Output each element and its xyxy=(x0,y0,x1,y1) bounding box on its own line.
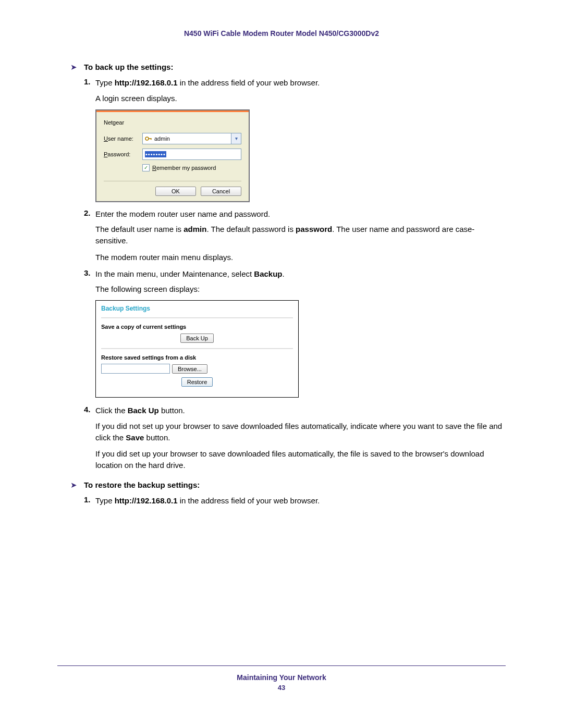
footer-page-number: 43 xyxy=(57,684,506,692)
section-heading-backup: To back up the settings: xyxy=(84,63,173,72)
login-site-label: Netgear xyxy=(104,119,241,126)
file-path-input[interactable] xyxy=(101,364,170,374)
step-text: In the main menu, under Maintenance, sel… xyxy=(95,268,506,280)
step-text: Type http://192.168.0.1 in the address f… xyxy=(95,77,506,89)
username-label: User name: xyxy=(104,135,142,142)
step-number: 1. xyxy=(84,495,95,507)
chevron-right-icon: ➤ xyxy=(70,480,84,490)
username-combobox[interactable]: admin ▾ xyxy=(142,133,241,144)
svg-rect-2 xyxy=(151,138,152,140)
cancel-button[interactable]: Cancel xyxy=(201,187,241,196)
key-icon xyxy=(145,135,152,142)
password-input[interactable]: •••••••• xyxy=(142,149,241,160)
login-dialog-screenshot: Netgear User name: admin ▾ Password: •••… xyxy=(95,109,250,202)
backup-button[interactable]: Back Up xyxy=(180,334,214,343)
step-paragraph: The modem router main menu displays. xyxy=(95,252,506,263)
step-subtext: The following screen displays: xyxy=(95,283,506,295)
backup-settings-screenshot: Backup Settings Save a copy of current s… xyxy=(95,300,299,398)
save-copy-label: Save a copy of current settings xyxy=(101,324,293,330)
username-value: admin xyxy=(154,135,170,142)
step-number: 3. xyxy=(84,268,95,280)
browse-button[interactable]: Browse... xyxy=(172,364,207,374)
step-text: Click the Back Up button. xyxy=(95,405,506,416)
remember-label: Remember my password xyxy=(152,165,216,171)
chevron-down-icon[interactable]: ▾ xyxy=(231,133,241,144)
svg-point-0 xyxy=(145,137,149,140)
password-label: Password: xyxy=(104,151,142,157)
backup-panel-title: Backup Settings xyxy=(101,305,293,312)
ok-button[interactable]: OK xyxy=(155,187,196,196)
section-heading-restore: To restore the backup settings: xyxy=(84,480,200,490)
restore-label: Restore saved settings from a disk xyxy=(101,354,293,361)
step-number: 4. xyxy=(84,405,95,416)
remember-checkbox[interactable]: ✓ xyxy=(142,164,150,171)
step-subtext: A login screen displays. xyxy=(95,93,506,104)
step-paragraph: If you did not set up your browser to sa… xyxy=(95,421,506,443)
restore-button[interactable]: Restore xyxy=(181,377,213,387)
page-footer: Maintaining Your Network 43 xyxy=(57,665,506,692)
step-number: 1. xyxy=(84,77,95,89)
step-paragraph: If you did set up your browser to save d… xyxy=(95,448,506,471)
step-number: 2. xyxy=(84,208,95,220)
step-paragraph: The default user name is admin. The defa… xyxy=(95,224,506,246)
footer-section-title: Maintaining Your Network xyxy=(57,673,506,682)
chevron-right-icon: ➤ xyxy=(70,63,84,72)
step-text: Enter the modem router user name and pas… xyxy=(95,208,506,220)
page-header: N450 WiFi Cable Modem Router Model N450/… xyxy=(57,29,506,38)
step-text: Type http://192.168.0.1 in the address f… xyxy=(95,495,506,507)
